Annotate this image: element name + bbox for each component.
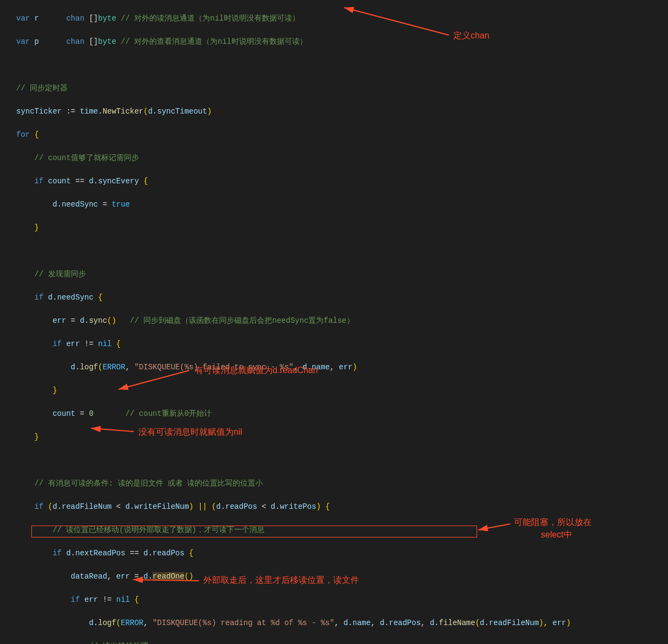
code-block: var r chan []byte // 对外的读消息通道（为nil时说明没有数…	[0, 0, 668, 644]
keyword-var: var	[16, 14, 30, 23]
